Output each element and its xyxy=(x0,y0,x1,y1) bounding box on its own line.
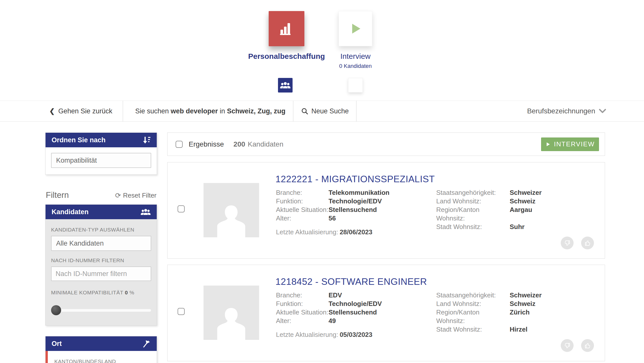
min-compat-value: 0 xyxy=(125,290,128,295)
field-value: Aargau xyxy=(510,205,532,222)
filter-title: Filtern xyxy=(46,190,69,200)
field-value: Technologie/EDV xyxy=(329,299,382,308)
select-all-checkbox[interactable] xyxy=(176,141,183,148)
rating-buttons xyxy=(561,339,594,352)
navbar-divider xyxy=(123,101,123,121)
rating-buttons xyxy=(561,237,594,249)
ort-section: Ort KANTON/BUNDESLAND ADRESSE xyxy=(45,336,157,363)
thumbs-down-icon xyxy=(564,240,571,247)
interview-slot-placeholder[interactable] xyxy=(348,78,363,93)
reset-filter-button[interactable]: ⟳ Reset Filter xyxy=(115,191,156,200)
last-updated: Letzte Aktualisierung:28/06/2023 xyxy=(276,228,372,236)
field-value: Schweizer xyxy=(510,188,542,197)
kandidaten-header-label: Kandidaten xyxy=(52,208,89,216)
berufsbezeichnungen-dropdown[interactable]: Berufsbezeichnungen xyxy=(527,107,606,115)
interview-button[interactable]: INTERVIEW xyxy=(541,138,599,151)
back-label: Gehen Sie zurück xyxy=(58,107,112,115)
field-value: Stellensuchend xyxy=(329,205,377,214)
last-updated-label: Letzte Aktualisierung: xyxy=(276,228,338,236)
chevron-left-icon: ❮ xyxy=(49,107,55,115)
candidate-title[interactable]: 1218452 - SOFTWARE ENGINEER xyxy=(275,277,427,287)
new-search-label: Neue Suche xyxy=(311,107,349,115)
slider-track[interactable] xyxy=(51,309,151,312)
thumbs-up-button[interactable] xyxy=(581,237,594,249)
slider-knob[interactable] xyxy=(51,305,61,315)
min-compat-label: MINIMALE KOMPATIBILITÄT 0 % xyxy=(51,290,151,296)
candidate-checkbox[interactable] xyxy=(178,205,185,212)
ort-section-body: KANTON/BUNDESLAND ADRESSE xyxy=(46,351,157,363)
field-value: Suhr xyxy=(510,222,525,231)
people-group-icon xyxy=(280,81,291,89)
summary-mid: in xyxy=(218,107,227,115)
thumbs-up-icon xyxy=(584,240,591,247)
kandidaten-typ-label: KANDIDATEN-TYP AUSWÄHLEN xyxy=(51,227,151,233)
min-compat-unit: % xyxy=(130,290,134,295)
field-label: Land Wohnsitz: xyxy=(436,197,510,205)
thumbs-up-button[interactable] xyxy=(581,339,594,352)
field-label: Branche: xyxy=(276,291,329,299)
field-label: Land Wohnsitz: xyxy=(436,299,510,308)
ort-section-header[interactable]: Ort xyxy=(46,336,157,351)
thumbs-up-icon xyxy=(584,342,591,349)
field-label: Stadt Wohnsitz: xyxy=(436,325,510,334)
last-updated-value: 05/03/2023 xyxy=(340,331,372,338)
flag-icon xyxy=(142,340,151,348)
id-filter-input[interactable] xyxy=(51,266,151,281)
kandidaten-section: Kandidaten KANDIDATEN-TYP AUSWÄHLEN Alle… xyxy=(45,204,157,326)
ort-header-label: Ort xyxy=(52,340,62,348)
stage-interview-count: 0 Kandidaten xyxy=(339,63,372,69)
field-label: Region/Kanton Wohnsitz: xyxy=(436,205,510,222)
kandidaten-typ-value: Alle Kandidaten xyxy=(56,240,104,247)
results-count: 200Kandidaten xyxy=(233,140,283,148)
kanton-label: KANTON/BUNDESLAND xyxy=(54,358,151,363)
summary-query: web developer xyxy=(171,107,218,115)
candidates-group-button[interactable] xyxy=(278,78,293,93)
field-value: EDV xyxy=(329,291,342,299)
results-title: Ergebnisse xyxy=(189,140,224,148)
field-label: Funktion: xyxy=(276,299,329,308)
field-value: Zürich xyxy=(510,308,530,325)
field-value: 49 xyxy=(329,316,336,325)
candidate-avatar xyxy=(204,183,259,237)
field-label: Alter: xyxy=(276,214,329,222)
filter-title-row: Filtern ⟳ Reset Filter xyxy=(45,190,157,200)
compatibility-slider xyxy=(51,305,151,315)
kandidaten-typ-select[interactable]: Alle Kandidaten xyxy=(51,236,151,251)
play-icon xyxy=(545,142,550,147)
person-silhouette-icon xyxy=(212,205,250,237)
summary-prefix: Sie suchen xyxy=(135,107,171,115)
back-link[interactable]: ❮ Gehen Sie zurück xyxy=(49,107,112,115)
stage-personalbeschaffung-tile[interactable] xyxy=(269,11,304,46)
thumbs-down-icon xyxy=(564,342,571,349)
sort-by-select[interactable]: Kompatibilität xyxy=(51,153,151,168)
bar-chart-icon xyxy=(278,21,295,36)
search-icon xyxy=(301,107,308,115)
candidate-checkbox[interactable] xyxy=(178,308,185,315)
field-value: Hirzel xyxy=(510,325,528,334)
field-label: Staatsangehörigkeit: xyxy=(436,291,510,299)
candidate-card: 1218452 - SOFTWARE ENGINEER Branche:EDV … xyxy=(167,265,605,361)
results-count-number: 200 xyxy=(233,140,245,148)
play-icon xyxy=(349,22,362,35)
interview-button-label: INTERVIEW xyxy=(554,140,595,148)
person-silhouette-icon xyxy=(212,308,250,340)
stage-interview-tile[interactable] xyxy=(339,11,372,46)
stage-label-personalbeschaffung[interactable]: Personalbeschaffung xyxy=(248,52,325,61)
results-header: Ergebnisse 200Kandidaten INTERVIEW xyxy=(167,132,605,156)
sort-by-value: Kompatibilität xyxy=(56,157,97,164)
candidate-card: 1222221 - MIGRATIONSSPEZIALIST Branche:T… xyxy=(167,162,605,259)
results-count-suffix: Kandidaten xyxy=(248,140,284,148)
field-value: Schweizer xyxy=(510,291,542,299)
kandidaten-section-header[interactable]: Kandidaten xyxy=(46,205,157,219)
sort-section-header[interactable]: Ordnen Sie nach xyxy=(46,133,157,147)
thumbs-down-button[interactable] xyxy=(561,339,574,352)
new-search-button[interactable]: Neue Suche xyxy=(301,107,349,115)
field-value: Schweiz xyxy=(510,197,536,205)
field-value: Stellensuchend xyxy=(329,308,377,316)
thumbs-down-button[interactable] xyxy=(561,237,574,249)
field-value: 56 xyxy=(329,214,336,222)
stage-label-interview[interactable]: Interview xyxy=(340,52,371,61)
sort-section: Ordnen Sie nach Kompatibilität xyxy=(45,132,157,175)
candidate-title[interactable]: 1222221 - MIGRATIONSSPEZIALIST xyxy=(275,174,435,185)
sort-amount-icon xyxy=(142,136,151,144)
